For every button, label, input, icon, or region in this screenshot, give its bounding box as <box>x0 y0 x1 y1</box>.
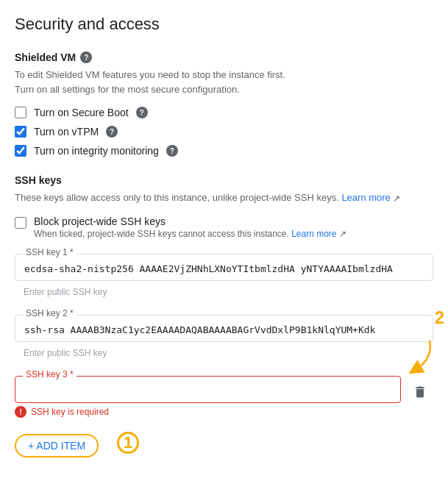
ssh-key-1-group: SSH key 1 Enter public SSH key <box>15 254 433 303</box>
secure-boot-checkbox[interactable] <box>15 107 26 118</box>
add-item-wrapper: + ADD ITEM 1 <box>15 428 99 457</box>
integrity-label: Turn on integrity monitoring <box>34 145 159 157</box>
ssh-key-3-error-text: SSH key is required <box>31 407 109 417</box>
add-item-button[interactable]: + ADD ITEM <box>15 434 99 457</box>
ssh-key-3-group: SSH key 3 ! SSH key is required <box>15 376 433 424</box>
shielded-vm-title: Shielded VM <box>15 51 76 63</box>
ssh-key-2-label: SSH key 2 <box>23 309 77 318</box>
ssh-keys-title: SSH keys <box>15 174 433 186</box>
ssh-key-1-placeholder: Enter public SSH key <box>15 284 433 303</box>
ssh-learn-more-link[interactable]: Learn more <box>341 192 390 203</box>
ssh-key-2-input[interactable] <box>15 316 433 341</box>
ssh-key-3-label: SSH key 3 <box>23 370 77 379</box>
block-ssh-sub: When ticked, project-wide SSH keys canno… <box>34 229 346 240</box>
shielded-vm-desc-line1: To edit Shielded VM features you need to… <box>15 68 433 82</box>
ssh-key-3-error: ! SSH key is required <box>15 406 401 418</box>
ssh-keys-section: SSH keys These keys allow access only to… <box>15 174 433 457</box>
ssh-external-link-icon: ↗ <box>393 192 400 205</box>
shielded-vm-help-icon[interactable]: ? <box>80 51 92 63</box>
integrity-help-icon[interactable]: ? <box>166 145 178 157</box>
secure-boot-row: Turn on Secure Boot ? <box>15 107 433 118</box>
shielded-vm-section: Shielded VM ? To edit Shielded VM featur… <box>15 51 433 157</box>
vtpm-label: Turn on vTPM <box>34 126 99 138</box>
block-ssh-row: Block project-wide SSH keys When ticked,… <box>15 215 433 240</box>
vtpm-help-icon[interactable]: ? <box>106 126 118 138</box>
shielded-vm-desc-line2: Turn on all settings for the most secure… <box>15 82 433 97</box>
ssh-key-1-field: SSH key 1 <box>15 254 433 281</box>
ssh-key-2-field: SSH key 2 <box>15 315 433 342</box>
error-icon: ! <box>15 406 26 418</box>
block-ssh-learn-more-link[interactable]: Learn more <box>291 229 336 239</box>
annotation-1: 1 <box>117 432 139 454</box>
ssh-key-2-wrapper: SSH key 2 Enter public SSH key 2 <box>15 315 433 364</box>
integrity-checkbox[interactable] <box>15 145 26 157</box>
ssh-key-3-input[interactable] <box>15 377 400 402</box>
ssh-keys-desc: These keys allow access only to this ins… <box>15 190 433 205</box>
annotation-2: 2 <box>435 307 444 328</box>
secure-boot-label: Turn on Secure Boot <box>34 107 129 118</box>
ssh-key-1-label: SSH key 1 <box>23 248 77 257</box>
ssh-key-2-placeholder: Enter public SSH key <box>15 345 433 364</box>
page-title: Security and access <box>15 15 433 34</box>
ssh-key-3-delete-button[interactable] <box>407 379 433 405</box>
ssh-key-3-field: SSH key 3 <box>15 376 401 403</box>
block-ssh-label: Block project-wide SSH keys <box>34 215 166 227</box>
block-ssh-external-icon: ↗ <box>339 229 346 239</box>
ssh-key-2-group: SSH key 2 Enter public SSH key <box>15 315 433 364</box>
ssh-key-1-input[interactable] <box>15 254 433 280</box>
secure-boot-help-icon[interactable]: ? <box>136 107 148 118</box>
integrity-row: Turn on integrity monitoring ? <box>15 145 433 157</box>
vtpm-row: Turn on vTPM ? <box>15 126 433 138</box>
delete-icon <box>413 385 427 399</box>
vtpm-checkbox[interactable] <box>15 126 26 138</box>
block-ssh-checkbox[interactable] <box>15 217 26 229</box>
